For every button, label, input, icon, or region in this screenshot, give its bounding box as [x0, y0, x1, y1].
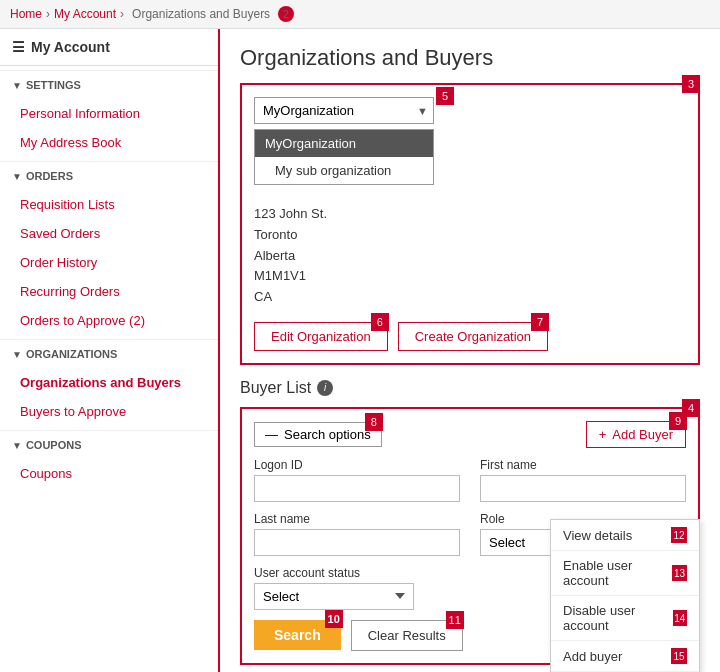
- form-row-1: Logon ID First name: [254, 458, 686, 502]
- clear-btn-number: 11: [446, 611, 464, 629]
- main-content: Organizations and Buyers 3 MyOrganizatio…: [220, 29, 720, 672]
- breadcrumb-account[interactable]: My Account: [54, 7, 116, 21]
- search-options-number: 8: [365, 413, 383, 431]
- context-view-details[interactable]: View details 12: [551, 520, 699, 551]
- org-street: 123 John St.: [254, 204, 686, 225]
- chevron-icon: ▼: [12, 171, 22, 182]
- section-orders: ▼ ORDERS: [0, 161, 218, 190]
- chevron-icon: ▼: [12, 80, 22, 91]
- view-details-number: 12: [671, 527, 687, 543]
- sidebar-item-requisition-lists[interactable]: Requisition Lists: [0, 190, 218, 219]
- context-menu: View details 12 Enable user account 13 D…: [550, 519, 700, 672]
- page-title: Organizations and Buyers: [240, 45, 700, 71]
- edit-org-button[interactable]: Edit Organization 6: [254, 322, 388, 351]
- org-country: CA: [254, 287, 686, 308]
- add-buyer-icon: +: [599, 427, 607, 442]
- search-options-button[interactable]: — Search options 8: [254, 422, 382, 447]
- chevron-icon: ▼: [12, 349, 22, 360]
- sidebar-item-orders-to-approve[interactable]: Orders to Approve (2): [0, 306, 218, 335]
- sidebar-item-recurring-orders[interactable]: Recurring Orders: [0, 277, 218, 306]
- status-select[interactable]: Select: [254, 583, 414, 610]
- context-add-buyer[interactable]: Add buyer 15: [551, 641, 699, 672]
- sidebar: ☰ My Account ▼ SETTINGS Personal Informa…: [0, 29, 220, 672]
- add-buyer-button[interactable]: + Add Buyer 9: [586, 421, 686, 448]
- first-name-input[interactable]: [480, 475, 686, 502]
- org-box: 3 MyOrganization My sub organization ▼ 5…: [240, 83, 700, 365]
- chevron-icon: ▼: [12, 440, 22, 451]
- last-name-input[interactable]: [254, 529, 460, 556]
- sidebar-title: ☰ My Account: [0, 29, 218, 66]
- org-address: 123 John St. Toronto Alberta M1M1V1 CA: [254, 204, 686, 308]
- context-disable-account[interactable]: Disable user account 14: [551, 596, 699, 641]
- logon-id-group: Logon ID: [254, 458, 460, 502]
- org-dropdown-open: MyOrganization My sub organization: [254, 129, 434, 185]
- org-buttons: Edit Organization 6 Create Organization …: [254, 322, 686, 351]
- org-box-number: 3: [682, 75, 700, 93]
- breadcrumb-home[interactable]: Home: [10, 7, 42, 21]
- add-buyer-number: 9: [669, 412, 687, 430]
- org-select[interactable]: MyOrganization My sub organization: [254, 97, 434, 124]
- org-city: Toronto: [254, 225, 686, 246]
- sidebar-item-saved-orders[interactable]: Saved Orders: [0, 219, 218, 248]
- breadcrumb-current: Organizations and Buyers: [132, 7, 270, 21]
- edit-btn-number: 6: [371, 313, 389, 331]
- logon-id-label: Logon ID: [254, 458, 460, 472]
- info-icon: i: [317, 380, 333, 396]
- disable-account-number: 14: [673, 610, 687, 626]
- org-option-suborg[interactable]: My sub organization: [255, 157, 433, 184]
- last-name-label: Last name: [254, 512, 460, 526]
- section-coupons: ▼ COUPONS: [0, 430, 218, 459]
- create-btn-number: 7: [531, 313, 549, 331]
- logon-id-input[interactable]: [254, 475, 460, 502]
- create-org-button[interactable]: Create Organization 7: [398, 322, 548, 351]
- sidebar-item-personal-info[interactable]: Personal Information: [0, 99, 218, 128]
- org-option-myorg[interactable]: MyOrganization: [255, 130, 433, 157]
- dropdown-number: 5: [436, 87, 454, 105]
- sidebar-item-address-book[interactable]: My Address Book: [0, 128, 218, 157]
- section-organizations: ▼ ORGANIZATIONS: [0, 339, 218, 368]
- sidebar-item-organizations-buyers[interactable]: Organizations and Buyers: [0, 368, 218, 397]
- sidebar-item-order-history[interactable]: Order History: [0, 248, 218, 277]
- org-postal: M1M1V1: [254, 266, 686, 287]
- section-settings: ▼ SETTINGS: [0, 70, 218, 99]
- first-name-label: First name: [480, 458, 686, 472]
- search-btn-number: 10: [325, 610, 343, 628]
- add-buyer-ctx-number: 15: [671, 648, 687, 664]
- breadcrumb: Home › My Account › Organizations and Bu…: [0, 0, 720, 29]
- sidebar-item-buyers-to-approve[interactable]: Buyers to Approve: [0, 397, 218, 426]
- last-name-group: Last name: [254, 512, 460, 556]
- page-number-badge: 2: [278, 6, 294, 22]
- context-enable-account[interactable]: Enable user account 13: [551, 551, 699, 596]
- account-icon: ☰: [12, 39, 25, 55]
- enable-account-number: 13: [672, 565, 687, 581]
- org-select-wrapper: MyOrganization My sub organization ▼: [254, 97, 434, 124]
- buyer-list-title: Buyer List i: [240, 379, 700, 397]
- clear-results-button[interactable]: Clear Results 11: [351, 620, 463, 651]
- search-button[interactable]: Search 10: [254, 620, 341, 650]
- sidebar-item-coupons[interactable]: Coupons: [0, 459, 218, 488]
- first-name-group: First name: [480, 458, 686, 502]
- minus-icon: —: [265, 427, 278, 442]
- org-province: Alberta: [254, 246, 686, 267]
- search-options-bar: — Search options 8 + Add Buyer 9: [254, 421, 686, 448]
